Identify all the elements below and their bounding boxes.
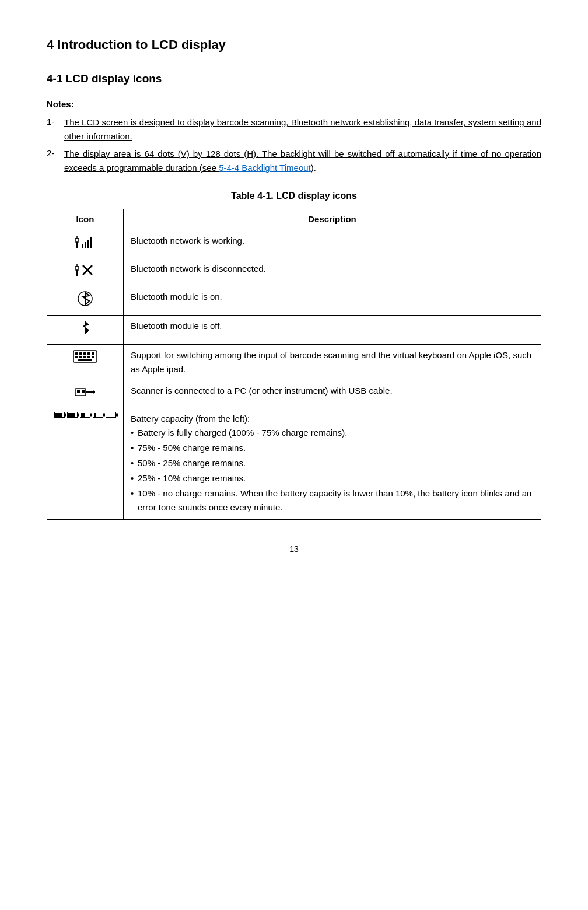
svg-rect-6 <box>88 240 89 248</box>
notes-list: 1- The LCD screen is designed to display… <box>47 116 541 175</box>
desc-bt-on: Bluetooth module is on. <box>124 286 541 315</box>
svg-rect-3 <box>76 239 78 242</box>
battery-bullet-2: 75% - 50% charge remains. <box>131 441 534 455</box>
svg-rect-5 <box>85 242 86 248</box>
svg-rect-4 <box>82 244 83 248</box>
page-number: 13 <box>47 543 541 555</box>
table-row: Bluetooth network is working. <box>47 230 541 258</box>
desc-battery: Battery capacity (from the left): Batter… <box>124 408 541 519</box>
svg-rect-17 <box>79 352 82 355</box>
battery-bullet-1: Battery is fully charged (100% - 75% cha… <box>131 426 534 440</box>
table-header-row: Icon Description <box>47 209 541 230</box>
usb-icon <box>74 384 96 400</box>
note-number-1: 1- <box>47 116 64 129</box>
svg-rect-19 <box>88 352 90 355</box>
battery-full <box>54 412 65 418</box>
svg-rect-25 <box>92 356 94 358</box>
note-2-end: ). <box>311 163 316 173</box>
svg-rect-23 <box>83 356 86 358</box>
svg-marker-31 <box>93 390 95 394</box>
table-row: Bluetooth network is disconnected. <box>47 258 541 286</box>
battery-quarter <box>93 412 103 418</box>
battery-bullet-list: Battery is fully charged (100% - 75% cha… <box>131 426 534 514</box>
battery-icons-row <box>54 412 116 418</box>
table-title: Table 4-1. LCD display icons <box>47 189 541 203</box>
battery-empty <box>106 412 116 418</box>
note-item-1: 1- The LCD screen is designed to display… <box>47 116 541 144</box>
col-header-icon: Icon <box>47 209 124 230</box>
svg-rect-22 <box>79 356 82 358</box>
icon-bt-on <box>47 286 124 315</box>
svg-rect-7 <box>90 237 92 248</box>
icon-usb <box>47 380 124 408</box>
desc-usb: Scanner is connected to a PC (or other i… <box>124 380 541 408</box>
svg-rect-16 <box>75 352 78 355</box>
svg-rect-21 <box>75 356 78 358</box>
note-text-2: The display area is 64 dots (V) by 128 d… <box>64 147 541 175</box>
svg-rect-28 <box>77 390 80 393</box>
desc-bt-off: Bluetooth module is off. <box>124 315 541 344</box>
desc-bt-working: Bluetooth network is working. <box>124 230 541 258</box>
table-row: Bluetooth module is off. <box>47 315 541 344</box>
icon-bt-working <box>47 230 124 258</box>
keyboard-icon <box>72 348 98 365</box>
table-row: Battery capacity (from the left): Batter… <box>47 408 541 519</box>
table-row: Bluetooth module is on. <box>47 286 541 315</box>
note-text-1: The LCD screen is designed to display ba… <box>64 116 541 144</box>
backlight-link[interactable]: 5-4-4 Backlight Timeout <box>219 163 311 173</box>
battery-3q <box>67 412 78 418</box>
battery-bullet-5: 10% - no charge remains. When the batter… <box>131 487 534 514</box>
note-number-2: 2- <box>47 147 64 160</box>
desc-bt-disconnected: Bluetooth network is disconnected. <box>124 258 541 286</box>
svg-rect-29 <box>82 390 85 393</box>
svg-rect-11 <box>76 267 78 270</box>
svg-rect-18 <box>83 352 86 355</box>
page-heading: 4 Introduction to LCD display <box>47 35 541 54</box>
desc-keyboard: Support for switching among the input of… <box>124 344 541 380</box>
section-heading: 4-1 LCD display icons <box>47 71 541 88</box>
icon-battery <box>47 408 124 519</box>
svg-rect-24 <box>88 356 90 358</box>
note-1-text: The LCD screen is designed to display ba… <box>64 117 541 141</box>
table-row: Scanner is connected to a PC (or other i… <box>47 380 541 408</box>
svg-rect-20 <box>92 352 94 355</box>
col-header-description: Description <box>124 209 541 230</box>
notes-label: Notes: <box>47 98 541 111</box>
note-item-2: 2- The display area is 64 dots (V) by 12… <box>47 147 541 175</box>
battery-desc-title: Battery capacity (from the left): <box>131 414 250 424</box>
lcd-table: Icon Description Bluetooth network is wo… <box>47 209 541 520</box>
battery-bullet-4: 25% - 10% charge remains. <box>131 471 534 485</box>
icon-keyboard <box>47 344 124 380</box>
svg-rect-26 <box>78 359 92 361</box>
bt-on-icon <box>76 290 94 307</box>
battery-bullet-3: 50% - 25% charge remains. <box>131 456 534 470</box>
bt-off-icon <box>76 319 94 337</box>
icon-bt-off <box>47 315 124 344</box>
table-row: Support for switching among the input of… <box>47 344 541 380</box>
battery-half <box>80 412 90 418</box>
bt-working-icon <box>74 234 97 250</box>
bt-disconnected-icon <box>74 262 97 278</box>
icon-bt-disconnected <box>47 258 124 286</box>
